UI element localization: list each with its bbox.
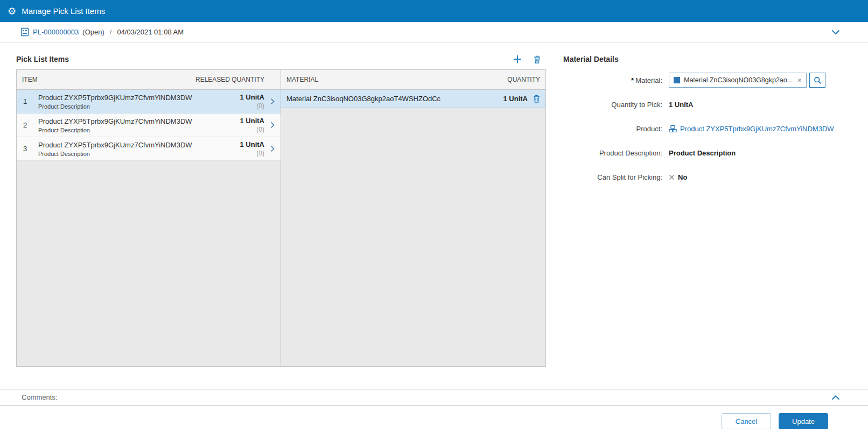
chevron-right-icon[interactable] — [264, 145, 281, 152]
col-header-material: MATERIAL — [286, 76, 318, 83]
row-number: 3 — [17, 145, 38, 153]
row-number: 2 — [17, 121, 38, 129]
x-mark-icon — [669, 174, 675, 180]
product-description-label: Product Description: — [563, 149, 669, 157]
update-button[interactable]: Update — [779, 413, 828, 429]
quantity-to-pick-value: 1 UnitA — [669, 101, 694, 109]
row-released-quantity: (0) — [256, 126, 264, 133]
row-quantity: 1 UnitA — [240, 117, 265, 125]
table-row[interactable]: 1 Product ZYXP5Tprbx9GjKUmz7CfvmYiNDM3DW… — [17, 90, 281, 113]
can-split-label: Can Split for Picking: — [563, 173, 669, 181]
col-header-released-quantity: RELEASED QUANTITY — [195, 76, 264, 83]
required-asterisk: * — [631, 76, 634, 84]
material-details-title: Material Details — [563, 51, 868, 67]
materials-table: MATERIAL QUANTITY Material ZnC3isoqNO03G… — [281, 70, 545, 366]
app-header: ⚙ Manage Pick List Items — [0, 0, 868, 22]
row-product-desc: Product Description — [38, 151, 217, 157]
product-link[interactable]: Product ZYXP5Tprbx9GjKUmz7CfvmYiNDM3DW — [669, 125, 834, 133]
material-details-panel: Material Details *Material: Material ZnC… — [563, 51, 868, 389]
product-icon — [669, 125, 677, 133]
plus-icon[interactable] — [513, 55, 522, 63]
material-swatch-icon — [674, 77, 680, 83]
col-header-item: ITEM — [22, 76, 38, 83]
row-released-quantity: (0) — [256, 150, 264, 157]
pick-list-id-link[interactable]: PL-000000003 — [33, 28, 79, 36]
cancel-button[interactable]: Cancel — [722, 413, 771, 429]
pick-list-grid: ITEM RELEASED QUANTITY 1 Product ZYXP5Tp… — [16, 69, 546, 367]
pick-list-status: (Open) — [82, 28, 104, 36]
row-product-name: Product ZYXP5Tprbx9GjKUmz7CfvmYiNDM3DW — [38, 141, 217, 149]
comments-section: Comments: — [0, 389, 868, 406]
row-product-name: Product ZYXP5Tprbx9GjKUmz7CfvmYiNDM3DW — [38, 117, 217, 125]
product-description-row: Product Description: Product Description — [563, 145, 868, 160]
product-row: Product: Product ZYXP5Tprbx9GjKUmz7CfvmY… — [563, 121, 868, 136]
chevron-right-icon[interactable] — [264, 122, 281, 129]
pick-list-toolbar — [513, 55, 546, 63]
table-row[interactable]: 3 Product ZYXP5Tprbx9GjKUmz7CfvmYiNDM3DW… — [17, 137, 281, 161]
material-picker-value: Material ZnC3isoqNO03G8gkp2ao... — [684, 76, 794, 84]
row-quantity: 1 UnitA — [240, 140, 265, 148]
row-product-desc: Product Description — [38, 127, 217, 133]
main-content: Pick List Items ITEM RELEASED QUANTITY 1 — [0, 42, 868, 389]
quantity-to-pick-row: Quantity to Pick: 1 UnitA — [563, 97, 868, 112]
clear-x-icon[interactable]: × — [797, 76, 802, 84]
pick-list-timestamp: 04/03/2021 01:08 AM — [117, 28, 184, 36]
comments-label: Comments: — [22, 393, 57, 401]
material-field-row: *Material: Material ZnC3isoqNO03G8gkp2ao… — [563, 73, 868, 88]
row-material-name: Material ZnC3isoqNO03G8gkp2aoT4WSHZOdCc — [286, 95, 503, 103]
items-table: ITEM RELEASED QUANTITY 1 Product ZYXP5Tp… — [17, 70, 281, 366]
page-title: Manage Pick List Items — [22, 6, 105, 16]
pick-list-panel-header: Pick List Items — [16, 51, 546, 67]
search-icon[interactable] — [809, 73, 825, 88]
product-description-value: Product Description — [669, 149, 736, 157]
can-split-row: Can Split for Picking: No — [563, 169, 868, 185]
items-table-header: ITEM RELEASED QUANTITY — [17, 70, 281, 90]
col-header-quantity: QUANTITY — [507, 76, 540, 83]
record-header-bar: PL-000000003 (Open) / 04/03/2021 01:08 A… — [0, 22, 868, 42]
chevron-right-icon[interactable] — [264, 98, 281, 105]
table-row[interactable]: 2 Product ZYXP5Tprbx9GjKUmz7CfvmYiNDM3DW… — [17, 113, 281, 137]
breadcrumb-separator: / — [110, 28, 112, 36]
gear-icon: ⚙ — [8, 6, 16, 16]
footer-actions: Cancel Update — [0, 406, 868, 429]
chevron-down-icon[interactable] — [831, 30, 840, 35]
row-product-desc: Product Description — [38, 103, 217, 110]
trash-icon[interactable] — [533, 95, 540, 103]
can-split-value: No — [678, 173, 687, 181]
row-number: 1 — [17, 97, 38, 105]
row-quantity: 1 UnitA — [240, 93, 265, 101]
trash-icon[interactable] — [534, 55, 541, 63]
quantity-to-pick-label: Quantity to Pick: — [563, 101, 669, 109]
material-picker-input[interactable]: Material ZnC3isoqNO03G8gkp2ao... × — [669, 73, 807, 88]
row-material-quantity: 1 UnitA — [503, 95, 528, 103]
material-label: *Material: — [563, 76, 669, 84]
chevron-up-icon[interactable] — [831, 395, 840, 400]
pick-list-doc-icon — [20, 27, 29, 37]
pick-list-title: Pick List Items — [16, 55, 69, 63]
row-product-name: Product ZYXP5Tprbx9GjKUmz7CfvmYiNDM3DW — [38, 94, 217, 102]
pick-list-panel: Pick List Items ITEM RELEASED QUANTITY 1 — [16, 51, 546, 389]
materials-table-header: MATERIAL QUANTITY — [281, 70, 545, 90]
row-released-quantity: (0) — [256, 102, 264, 110]
table-row[interactable]: Material ZnC3isoqNO03G8gkp2aoT4WSHZOdCc … — [281, 90, 545, 108]
product-label: Product: — [563, 125, 669, 133]
